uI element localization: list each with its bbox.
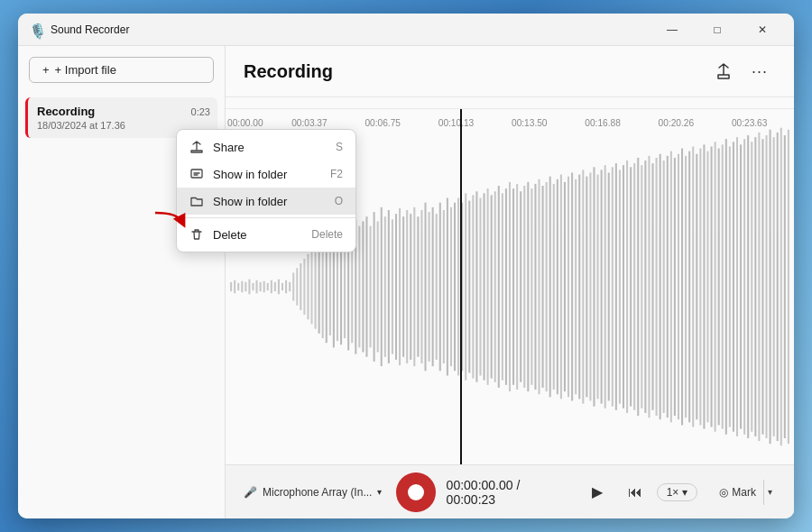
svg-rect-100 (567, 177, 569, 398)
svg-text:00:03.37: 00:03.37 (291, 118, 328, 128)
svg-rect-136 (699, 149, 701, 426)
context-menu-show-in-folder[interactable]: Show in folder O (177, 188, 355, 215)
svg-rect-148 (743, 139, 745, 435)
show-folder-shortcut: O (335, 195, 343, 207)
svg-rect-103 (578, 175, 580, 399)
svg-rect-142 (722, 144, 724, 428)
context-menu-rename[interactable]: Show in folder F2 (177, 161, 355, 188)
svg-rect-55 (402, 216, 404, 357)
svg-rect-85 (512, 188, 514, 385)
svg-rect-94 (546, 182, 548, 391)
record-button[interactable] (396, 472, 435, 512)
context-menu: Share S Show in folder F2 (176, 129, 356, 252)
svg-rect-8 (230, 282, 232, 291)
svg-rect-47 (374, 212, 375, 362)
mark-icon: ◎ (719, 486, 728, 499)
close-button[interactable]: ✕ (742, 15, 783, 44)
svg-rect-59 (417, 216, 419, 357)
svg-rect-19 (271, 280, 272, 294)
svg-rect-77 (484, 193, 485, 380)
bottom-bar: 🎤 Microphone Array (In... ▾ 00:00:00.00 … (226, 464, 794, 518)
speed-label: 1× (667, 486, 679, 499)
svg-rect-61 (425, 203, 427, 371)
mark-section: ◎ Mark ▾ (712, 480, 776, 505)
microphone-selector[interactable]: 🎤 Microphone Array (In... ▾ (244, 486, 382, 499)
svg-rect-81 (498, 186, 500, 388)
svg-rect-78 (487, 188, 489, 385)
title-bar: 🎙️ Sound Recorder — □ ✕ (18, 14, 794, 46)
svg-rect-132 (685, 156, 687, 417)
svg-rect-24 (289, 282, 291, 291)
delete-label: Delete (213, 228, 247, 242)
svg-rect-139 (711, 146, 713, 427)
recording-name: Recording (37, 105, 208, 118)
svg-rect-147 (740, 144, 742, 428)
svg-rect-150 (751, 142, 752, 431)
svg-rect-91 (534, 184, 536, 390)
svg-rect-124 (656, 158, 658, 416)
svg-rect-88 (523, 186, 525, 388)
maximize-button[interactable]: □ (697, 15, 738, 44)
record-icon (408, 484, 424, 500)
svg-rect-30 (311, 250, 313, 325)
svg-rect-114 (619, 170, 621, 403)
svg-rect-157 (777, 133, 779, 441)
svg-rect-83 (505, 188, 507, 385)
svg-rect-154 (766, 135, 768, 438)
import-icon: + (42, 63, 50, 77)
mark-button[interactable]: ◎ Mark (712, 482, 763, 502)
svg-rect-12 (245, 282, 246, 291)
svg-rect-43 (358, 226, 360, 348)
svg-rect-17 (263, 281, 265, 292)
svg-rect-86 (516, 184, 518, 390)
svg-rect-63 (432, 207, 434, 366)
svg-rect-21 (278, 280, 280, 295)
more-options-button[interactable]: ··· (743, 57, 776, 86)
svg-rect-129 (674, 158, 676, 416)
svg-rect-56 (406, 210, 408, 363)
svg-rect-67 (447, 198, 448, 376)
show-in-folder-label: Show in folder (213, 195, 287, 208)
svg-rect-48 (377, 221, 379, 352)
svg-rect-64 (436, 214, 438, 360)
svg-rect-75 (475, 191, 477, 382)
svg-text:00:23.63: 00:23.63 (732, 118, 768, 128)
svg-rect-9 (234, 280, 235, 294)
rename-icon (189, 167, 204, 181)
svg-rect-112 (612, 167, 614, 406)
speed-control[interactable]: 1× ▾ (657, 483, 698, 501)
svg-rect-65 (439, 203, 441, 371)
svg-rect-73 (468, 201, 470, 373)
mark-label: Mark (732, 486, 756, 499)
mark-dropdown-button[interactable]: ▾ (764, 483, 776, 500)
play-button[interactable]: ▶ (581, 476, 613, 509)
svg-rect-119 (637, 158, 639, 416)
svg-rect-101 (571, 173, 573, 401)
svg-rect-146 (736, 137, 738, 436)
menu-divider (177, 217, 355, 218)
svg-rect-113 (615, 163, 617, 410)
delete-icon (189, 227, 204, 242)
svg-rect-140 (715, 142, 716, 431)
rename-label: Show in folder (213, 168, 287, 181)
right-panel: Recording ··· (226, 46, 794, 518)
import-file-button[interactable]: + + Import file (29, 57, 214, 83)
svg-rect-52 (392, 219, 393, 353)
svg-rect-120 (641, 165, 642, 408)
svg-text:00:16.88: 00:16.88 (585, 118, 621, 128)
svg-rect-49 (381, 207, 383, 366)
svg-rect-93 (542, 186, 544, 388)
context-menu-share[interactable]: Share S (177, 133, 355, 161)
svg-text:00:00.00: 00:00.00 (227, 118, 263, 128)
svg-rect-107 (593, 167, 595, 406)
svg-rect-46 (370, 226, 372, 348)
svg-rect-58 (413, 207, 415, 366)
playhead (460, 109, 462, 464)
minimize-button[interactable]: — (651, 15, 693, 44)
context-menu-delete[interactable]: Delete Delete (177, 221, 355, 248)
svg-rect-131 (681, 149, 683, 426)
svg-rect-66 (443, 210, 445, 363)
share-button[interactable] (707, 57, 740, 86)
skip-to-start-button[interactable]: ⏮ (624, 481, 646, 504)
svg-rect-74 (472, 195, 474, 378)
